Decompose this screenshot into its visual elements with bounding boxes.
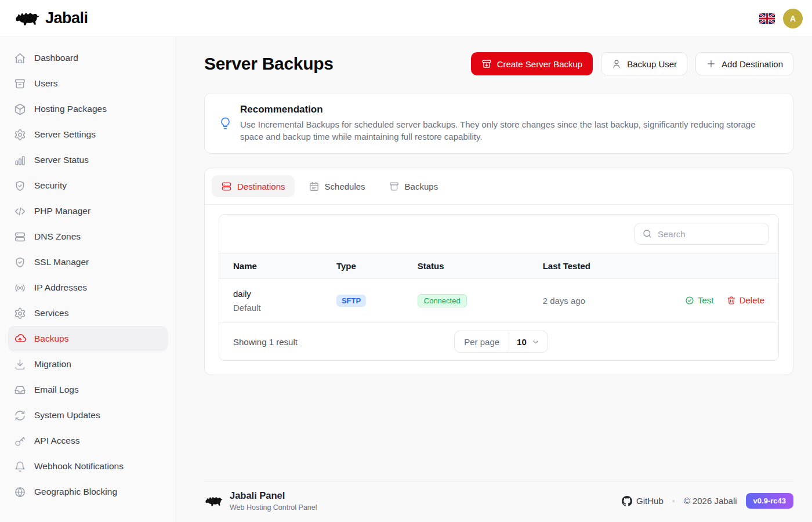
sidebar-item-label: System Updates [34,410,100,420]
boar-icon [204,494,223,508]
sidebar-item-ip-addresses[interactable]: IP Addresses [8,275,168,300]
sidebar-item-label: DNS Zones [34,231,81,242]
add-destination-button[interactable]: Add Destination [695,52,793,75]
delete-button[interactable]: Delete [727,295,764,305]
avatar[interactable]: A [783,9,803,28]
sidebar: Dashboard Users Hosting Packages Server … [0,37,176,522]
sidebar-item-label: Security [34,180,67,191]
sidebar-item-backups[interactable]: Backups [8,326,168,351]
sidebar-item-label: Users [34,78,57,89]
sidebar-item-services[interactable]: Services [8,300,168,326]
per-page-label: Per page [455,331,509,352]
sidebar-item-dashboard[interactable]: Dashboard [8,45,168,71]
sidebar-item-hosting-packages[interactable]: Hosting Packages [8,96,168,122]
sidebar-item-label: Backups [34,334,68,344]
brand-logo[interactable]: Jabali [14,9,88,28]
tab-label: Backups [405,182,438,191]
sidebar-item-label: Webhook Notifications [34,461,124,472]
refresh-icon [14,409,26,422]
add-destination-label: Add Destination [722,59,783,69]
results-summary: Showing 1 result [233,337,454,347]
footer-tagline: Web Hosting Control Panel [230,503,317,512]
sidebar-item-migration[interactable]: Migration [8,351,168,377]
inbox-icon [14,384,26,396]
recommendation-body: Use Incremental Backups for scheduled se… [240,119,762,143]
server-stack-icon [221,181,232,192]
home-icon [14,52,26,64]
archive-down-icon [481,59,492,69]
chevron-down-icon [531,338,540,346]
brand-name: Jabali [45,9,88,27]
sidebar-item-server-settings[interactable]: Server Settings [8,122,168,147]
main-content: Server Backups Create Server Backup Back… [176,37,812,522]
archive-icon [14,78,26,90]
delete-label: Delete [740,295,764,305]
sidebar-item-label: Migration [34,359,71,369]
download-icon [14,358,26,371]
boar-icon [14,9,39,28]
gear-icon [14,307,26,320]
create-server-backup-button[interactable]: Create Server Backup [471,52,593,75]
backups-panel: Destinations Schedules Backups [204,168,793,375]
sidebar-item-label: API Access [34,436,79,446]
github-icon [622,496,632,506]
search-input[interactable] [658,229,762,239]
test-button[interactable]: Test [685,295,714,305]
sidebar-item-label: Dashboard [34,53,78,63]
recommendation-card: Recommendation Use Incremental Backups f… [204,93,793,154]
tab-backups[interactable]: Backups [379,175,448,197]
pagination-bar: Showing 1 result Per page 10 [219,322,778,360]
sidebar-item-geographic-blocking[interactable]: Geographic Blocking [8,479,168,505]
per-page-select[interactable]: Per page 10 [454,331,548,353]
cloud-upload-icon [14,333,26,345]
server-stack-icon [14,231,26,243]
gear-icon [14,129,26,141]
user-icon [611,59,622,69]
uk-flag-icon[interactable] [759,13,775,24]
github-label: GitHub [636,496,664,506]
type-badge: SFTP [336,295,366,307]
plus-icon [706,59,716,69]
sidebar-item-label: Server Status [34,155,89,165]
search-icon [642,229,652,239]
sidebar-item-system-updates[interactable]: System Updates [8,403,168,428]
tab-destinations[interactable]: Destinations [212,175,295,197]
sidebar-item-security[interactable]: Security [8,173,168,198]
tab-label: Destinations [237,182,285,191]
calendar-icon [309,181,320,192]
sidebar-item-api-access[interactable]: API Access [8,428,168,454]
sidebar-item-php-manager[interactable]: PHP Manager [8,198,168,224]
lightbulb-icon [219,117,232,130]
check-circle-icon [685,296,694,305]
column-header-status: Status [418,253,543,279]
recommendation-title: Recommendation [240,104,762,115]
copyright-text: © 2026 Jabali [684,496,737,506]
backup-user-button[interactable]: Backup User [601,52,687,75]
backup-user-label: Backup User [627,59,677,69]
sidebar-item-ssl-manager[interactable]: SSL Manager [8,249,168,275]
per-page-value: 10 [517,337,527,347]
last-tested-value: 2 days ago [543,279,685,323]
sidebar-item-dns-zones[interactable]: DNS Zones [8,224,168,249]
sidebar-item-label: IP Addresses [34,282,87,293]
version-badge: v0.9-rc43 [746,493,793,509]
sidebar-item-label: Services [34,308,68,318]
broadcast-icon [14,282,26,294]
sidebar-item-server-status[interactable]: Server Status [8,147,168,173]
page-title: Server Backups [204,54,334,74]
sidebar-item-label: Geographic Blocking [34,487,117,497]
column-header-name: Name [219,253,336,279]
sidebar-item-webhook-notifications[interactable]: Webhook Notifications [8,454,168,479]
github-link[interactable]: GitHub [622,496,664,506]
bell-icon [14,461,26,473]
bar-chart-icon [14,154,26,166]
sidebar-item-users[interactable]: Users [8,71,168,96]
sidebar-item-label: PHP Manager [34,206,90,216]
search-box [635,223,769,245]
sidebar-item-label: SSL Manager [34,257,89,267]
table-header-row: Name Type Status Last Tested [219,253,778,279]
destination-name: daily [233,289,336,299]
tab-schedules[interactable]: Schedules [299,175,375,197]
shield-check-icon [14,256,26,269]
sidebar-item-email-logs[interactable]: Email Logs [8,377,168,403]
